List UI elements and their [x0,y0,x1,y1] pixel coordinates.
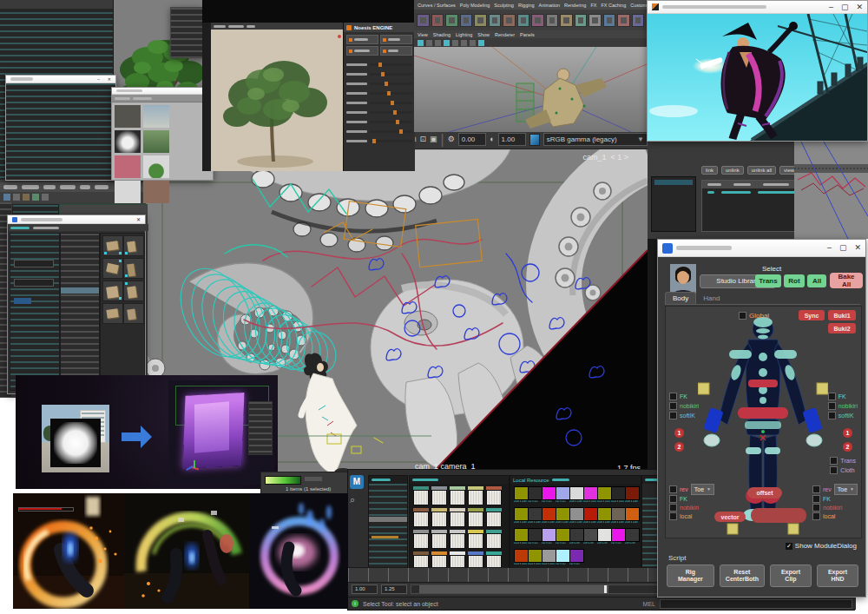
tab-body[interactable]: Body [665,292,696,304]
menu-item[interactable]: Custom [630,3,647,8]
vector-button[interactable]: vector [714,512,746,522]
texture-tile[interactable]: 512 x 512 [556,486,569,505]
asset-thumb[interactable] [102,281,123,301]
offset-button[interactable]: offset [747,487,782,498]
texture-tile[interactable]: 512 x 512 [542,486,555,505]
buki2-button[interactable]: Buki2 [828,323,856,333]
shelf-icon[interactable] [603,14,616,27]
texture-tile[interactable]: 1024 x 1024 [514,549,527,568]
noesis-param-row[interactable] [346,108,412,117]
menu-item[interactable]: Shading [433,32,450,37]
texture-strip[interactable] [486,486,502,505]
asset-thumbnails[interactable] [100,233,145,391]
gear-icon[interactable]: ⚙ [448,135,455,143]
shelf-icon[interactable] [575,14,588,27]
menu-item[interactable]: link [701,166,718,175]
image-viewer-titlebar[interactable]: –▢✕ [648,1,867,14]
maximize-icon[interactable]: ▢ [841,3,849,11]
menu-item[interactable]: Renderer [495,32,515,37]
noesis-button[interactable] [346,46,378,56]
noesis-param-row[interactable] [346,60,412,69]
texture-thumb[interactable] [115,181,141,203]
texture-strip[interactable] [486,508,502,527]
shelf-icon[interactable] [531,14,544,27]
texture-thumb[interactable] [115,105,141,128]
show-module-checkbox[interactable]: ✓ [786,543,792,550]
shelf-icon[interactable] [431,14,444,27]
texture-strip[interactable] [413,508,429,527]
noesis-button[interactable] [380,46,412,56]
nobikiri-checkbox[interactable] [669,504,677,512]
shelf-icon[interactable] [503,14,516,27]
asset-thumb[interactable] [123,235,144,256]
asset-thumb[interactable] [102,303,123,324]
texture-strip[interactable] [450,486,465,505]
rev-checkbox[interactable] [669,485,677,493]
texture-strip[interactable] [431,486,447,505]
rig-manager-button[interactable]: Rig Manager [667,564,714,587]
side-viewport[interactable] [794,142,868,239]
texture-tile[interactable]: 2048 x 2048 [514,486,527,505]
show-module-row[interactable]: ✓ Show ModuleDialog [786,542,857,550]
menu-item[interactable]: Animation [539,3,560,8]
search-icon[interactable]: ⌕ [350,494,367,505]
texture-tile[interactable]: 1024 x 1024 [597,486,610,505]
noesis-button[interactable] [346,35,378,44]
texture-tile[interactable]: 2048 x 2048 [542,507,555,526]
texture-browser-titlebar[interactable]: ✕ [112,88,213,95]
texture-tile[interactable]: 512 x 512 [542,528,555,547]
rigging-viewport[interactable] [414,47,647,132]
menu-item[interactable]: Show [477,32,490,37]
texture-tile[interactable]: 256 x 256 [625,528,638,547]
tab-hand[interactable]: Hand [696,293,727,304]
range-start-field[interactable]: 1.00 [352,584,378,594]
texture-thumbs[interactable] [112,102,213,206]
fk-checkbox[interactable] [812,495,820,503]
body-picker-diagram[interactable] [698,308,828,536]
asset-thumb[interactable] [123,258,144,279]
all-button[interactable]: All [807,274,826,287]
menu-item[interactable]: Sculpting [494,3,514,8]
outliner-chip[interactable] [170,7,204,58]
sync-button[interactable]: Sync [799,310,825,320]
texture-tile[interactable]: 256 x 256 [583,528,596,547]
texture-tile[interactable]: 512 x 512 [556,528,569,547]
local-checkbox[interactable] [812,512,820,520]
ramp-gradient-swatch[interactable] [265,476,301,485]
texture-tile[interactable]: 1024 x 1024 [528,549,541,568]
buki1-button[interactable]: Buki1 [828,310,856,320]
menu-item[interactable]: View [418,32,428,37]
texture-tile[interactable]: 1024 x 1024 [611,486,624,505]
texture-thumb[interactable] [115,130,141,153]
minimize-icon[interactable]: – [829,3,833,11]
shelf-icon[interactable] [560,14,573,27]
texture-tile[interactable]: 512 x 512 [569,549,582,568]
link-list[interactable] [651,176,696,232]
texture-tile[interactable]: 1024 x 1024 [542,549,555,568]
texture-strip[interactable] [431,508,447,527]
shelf-icon[interactable] [417,14,430,27]
texture-strip[interactable] [468,486,483,505]
texture-tile[interactable]: 512 x 512 [611,528,624,547]
texture-tile[interactable]: 2048 x 2048 [569,486,582,505]
texture-strip[interactable] [413,486,429,505]
texture-strip[interactable] [468,530,483,549]
shelf-icon[interactable] [546,14,559,27]
menu-item[interactable]: FX [590,3,596,8]
forearm-control-right[interactable] [802,407,822,433]
nobikiri-checkbox[interactable] [828,402,836,410]
menu-item[interactable]: Rigging [518,3,535,8]
menu-item[interactable]: unlink all [747,166,776,175]
reset-centerboth-button[interactable]: ResetCenterBoth [720,564,765,587]
panel-icon[interactable] [418,40,424,46]
fk-checkbox[interactable] [669,393,677,400]
texture-tile[interactable]: 512 x 512 [556,549,569,568]
texture-tile[interactable]: 2048 x 2048 [597,507,610,526]
texture-thumb[interactable] [143,155,169,178]
trans-button[interactable]: Trans [755,274,781,287]
pose-slot-2-left[interactable]: 2 [674,442,684,452]
shelf-icon[interactable] [632,14,645,27]
maximize-icon[interactable]: ▢ [839,244,847,252]
texture-tile[interactable]: 2048 x 2048 [625,507,638,526]
softik-checkbox[interactable] [828,412,836,419]
